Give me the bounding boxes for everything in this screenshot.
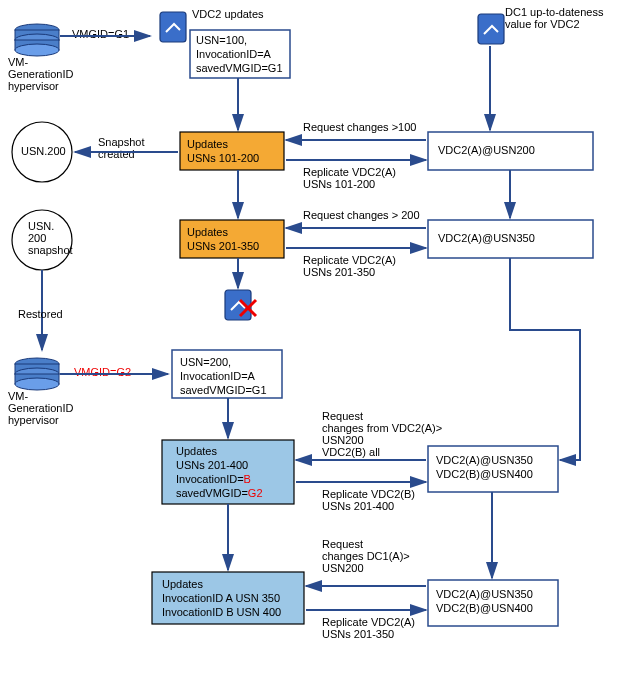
- u1l1: Updates: [187, 138, 228, 150]
- r5q1: Request: [322, 410, 363, 422]
- req1: Request changes >100: [303, 121, 416, 133]
- h2l3: hypervisor: [8, 414, 59, 426]
- u2l1: Updates: [187, 226, 228, 238]
- right4l1: VDC2(A)@USN350: [436, 588, 533, 600]
- b1l3: savedVMGID=G1: [196, 62, 283, 74]
- rep2l2: USNs 201-350: [303, 266, 375, 278]
- usn200-label: USN.200: [21, 145, 66, 157]
- hyp1-l2: GenerationID: [8, 68, 73, 80]
- rep2l1: Replicate VDC2(A): [303, 254, 396, 266]
- svg-text:Replicate VDC2(B)USNs 201-400: Replicate VDC2(B)USNs 201-400: [322, 488, 415, 512]
- vmgid-g2: VMGID=G2: [74, 366, 131, 378]
- right2: VDC2(A)@USN350: [438, 232, 535, 244]
- u4l3: InvocationID B USN 400: [162, 606, 281, 618]
- u4l2: InvocationID A USN 350: [162, 592, 280, 604]
- r5q2: changes from VDC2(A)>: [322, 422, 442, 434]
- h2l1: VM-: [8, 390, 29, 402]
- r6r2: USNs 201-350: [322, 628, 394, 640]
- arrow: [510, 258, 580, 460]
- rep1l2: USNs 101-200: [303, 178, 375, 190]
- u3l2: USNs 201-400: [176, 459, 248, 471]
- rep1l1: Replicate VDC2(A): [303, 166, 396, 178]
- svg-text:Replicate VDC2(A)USNs 101-200: Replicate VDC2(A)USNs 101-200: [303, 166, 396, 190]
- vdc2-updates: VDC2 updates: [192, 8, 264, 20]
- b2l2: InvocationID=A: [180, 370, 256, 382]
- u4l1: Updates: [162, 578, 203, 590]
- right4l2: VDC2(B)@USN400: [436, 602, 533, 614]
- snap2: created: [98, 148, 135, 160]
- dc1l1: DC1 up-to-dateness: [505, 6, 604, 18]
- r6q3: USN200: [322, 562, 364, 574]
- vdc2-icon: [160, 12, 186, 42]
- u3l3b: B: [244, 473, 251, 485]
- svg-text:VM-GenerationIDhypervisor: VM-GenerationIDhypervisor: [8, 390, 73, 426]
- u3l4b: G2: [248, 487, 263, 499]
- dc1-icon: [478, 14, 504, 44]
- u3l1: Updates: [176, 445, 217, 457]
- svg-text:VM-GenerationIDhypervisor: VM-GenerationIDhypervisor: [8, 56, 73, 92]
- r6q2: changes DC1(A)>: [322, 550, 410, 562]
- hyp1-l3: hypervisor: [8, 80, 59, 92]
- r6q1: Request: [322, 538, 363, 550]
- right1: VDC2(A)@USN200: [438, 144, 535, 156]
- b1l1: USN=100,: [196, 34, 247, 46]
- u2l2: USNs 201-350: [187, 240, 259, 252]
- right3l1: VDC2(A)@USN350: [436, 454, 533, 466]
- vmgid-g1: VMGID=G1: [72, 28, 129, 40]
- r5q3: USN200: [322, 434, 364, 446]
- snap1: Snapshot: [98, 136, 144, 148]
- b2l1: USN=200,: [180, 356, 231, 368]
- svg-text:Requestchanges DC1(A)>USN200: Requestchanges DC1(A)>USN200: [322, 538, 410, 574]
- right3l2: VDC2(B)@USN400: [436, 468, 533, 480]
- req2: Request changes > 200: [303, 209, 420, 221]
- b1l2: InvocationID=A: [196, 48, 272, 60]
- svg-text:DC1 up-to-datenessvalue for VD: DC1 up-to-datenessvalue for VDC2: [505, 6, 604, 30]
- b2l3: savedVMGID=G1: [180, 384, 267, 396]
- svg-text:Requestchanges from VDC2(A)>US: Requestchanges from VDC2(A)>USN200VDC2(B…: [322, 410, 442, 458]
- r5r2: USNs 201-400: [322, 500, 394, 512]
- hyp1-l1: VM-: [8, 56, 29, 68]
- svg-text:Snapshotcreated: Snapshotcreated: [98, 136, 144, 160]
- svg-text:Replicate VDC2(A)USNs 201-350: Replicate VDC2(A)USNs 201-350: [303, 254, 396, 278]
- r6r1: Replicate VDC2(A): [322, 616, 415, 628]
- restored: Restored: [18, 308, 63, 320]
- hypervisor-icon-2: [15, 358, 59, 390]
- u3l4a: savedVMGID=: [176, 487, 248, 499]
- sn2: 200: [28, 232, 46, 244]
- u3l3a: InvocationID=: [176, 473, 244, 485]
- dc1l2: value for VDC2: [505, 18, 580, 30]
- r5q4: VDC2(B) all: [322, 446, 380, 458]
- u1l2: USNs 101-200: [187, 152, 259, 164]
- h2l2: GenerationID: [8, 402, 73, 414]
- sn1: USN.: [28, 220, 54, 232]
- sn3: snapshot: [28, 244, 73, 256]
- svg-text:Replicate VDC2(A)USNs 201-350: Replicate VDC2(A)USNs 201-350: [322, 616, 415, 640]
- r5r1: Replicate VDC2(B): [322, 488, 415, 500]
- hypervisor-icon-1: [15, 24, 59, 56]
